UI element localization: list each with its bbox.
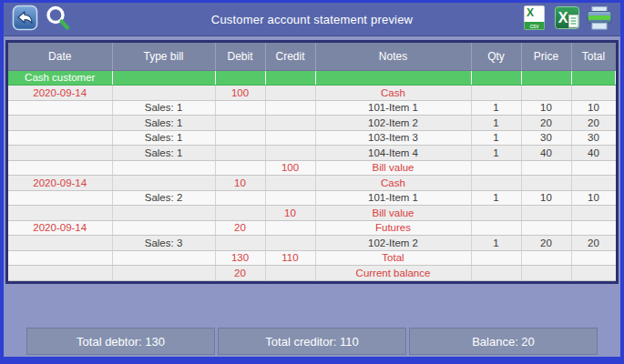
cell-price xyxy=(521,86,571,101)
cell-notes: 101-Item 1 xyxy=(315,100,471,116)
cell-total xyxy=(571,176,616,191)
cell-type-bill xyxy=(112,220,215,236)
cell-debit xyxy=(215,70,265,86)
cell-credit xyxy=(265,130,315,146)
table-row: Sales: 1101-Item 111010 xyxy=(8,100,616,116)
cell-notes: Cash xyxy=(315,176,471,191)
cell-qty: 1 xyxy=(471,236,521,251)
cell-credit: 100 xyxy=(265,160,315,176)
totals-bar: Total debtor: 130 Total creditor: 110 Ba… xyxy=(26,328,598,355)
search-button[interactable] xyxy=(44,5,71,33)
column-header-notes: Notes xyxy=(315,43,471,70)
cell-price: 20 xyxy=(521,116,571,131)
cell-total xyxy=(571,160,616,176)
table-row: 2020-09-1410Cash xyxy=(8,176,616,191)
cell-credit xyxy=(265,116,315,131)
cell-notes: Total xyxy=(315,250,471,266)
cell-qty: 1 xyxy=(471,100,521,116)
search-icon xyxy=(44,5,71,35)
cell-qty xyxy=(471,160,521,176)
column-header-credit: Credit xyxy=(265,43,315,70)
table-row: 100Bill value xyxy=(8,160,616,176)
cell-credit xyxy=(265,236,315,251)
export-csv-button[interactable]: X csv xyxy=(520,5,547,33)
cell-credit xyxy=(265,176,315,191)
total-creditor: Total creditor: 110 xyxy=(218,328,406,355)
balance: Balance: 20 xyxy=(409,328,598,355)
cell-price: 10 xyxy=(521,100,571,116)
cell-credit: 10 xyxy=(265,206,315,221)
customer-row: Cash customer xyxy=(8,70,616,86)
cell-total: 20 xyxy=(571,236,616,251)
cell-debit xyxy=(215,100,265,116)
cell-date xyxy=(8,146,112,161)
cell-price xyxy=(521,206,571,221)
cell-notes: Cash xyxy=(315,86,471,101)
cell-date xyxy=(8,236,112,251)
cell-credit: 110 xyxy=(265,250,315,266)
cell-price: 40 xyxy=(521,146,571,161)
table-row: 130110Total xyxy=(8,250,616,266)
cell-price xyxy=(521,160,571,176)
svg-text:X: X xyxy=(558,10,568,25)
cell-credit xyxy=(265,86,315,101)
cell-debit xyxy=(215,236,265,251)
cell-total xyxy=(571,220,616,236)
back-icon xyxy=(12,5,38,34)
csv-export-icon: X csv xyxy=(522,5,547,35)
cell-qty: 1 xyxy=(471,190,521,206)
cell-total: 40 xyxy=(571,146,616,161)
print-button[interactable] xyxy=(586,5,613,33)
excel-export-icon: X xyxy=(554,5,580,34)
cell-type-bill: Sales: 2 xyxy=(112,190,215,206)
table-row: 2020-09-14100Cash xyxy=(8,86,616,101)
cell-qty: 1 xyxy=(471,146,521,161)
cell-type-bill xyxy=(112,206,215,221)
cell-qty xyxy=(471,86,521,101)
cell-debit xyxy=(215,146,265,161)
printer-icon xyxy=(586,5,613,34)
cell-total: 30 xyxy=(571,130,616,146)
cell-qty xyxy=(471,176,521,191)
cell-notes: Bill value xyxy=(315,160,471,176)
export-excel-button[interactable]: X xyxy=(553,5,580,33)
cell-date: 2020-09-14 xyxy=(8,86,112,101)
cell-price xyxy=(521,266,571,281)
cell-total xyxy=(571,206,616,221)
cell-total xyxy=(571,70,616,86)
cell-date xyxy=(8,116,112,131)
table-row: Sales: 1103-Item 313030 xyxy=(8,130,616,146)
cell-debit: 10 xyxy=(215,176,265,191)
statement-table-body: Cash customer2020-09-14100CashSales: 110… xyxy=(8,70,616,280)
cell-qty xyxy=(471,250,521,266)
cell-qty xyxy=(471,70,521,86)
cell-price: 30 xyxy=(521,130,571,146)
cell-price: 10 xyxy=(521,190,571,206)
cell-qty xyxy=(471,220,521,236)
cell-credit xyxy=(265,190,315,206)
cell-qty: 1 xyxy=(471,116,521,131)
cell-debit: 20 xyxy=(215,266,265,281)
cell-debit: 130 xyxy=(215,250,265,266)
cell-type-bill xyxy=(112,70,215,86)
column-header-price: Price xyxy=(521,43,571,70)
cell-date xyxy=(8,250,112,266)
cell-type-bill xyxy=(112,160,215,176)
column-header-date: Date xyxy=(8,43,112,70)
back-button[interactable] xyxy=(11,5,38,33)
column-header-type-bill: Type bill xyxy=(112,43,215,70)
svg-text:csv: csv xyxy=(529,22,539,28)
cell-debit xyxy=(215,130,265,146)
cell-notes: 104-Item 4 xyxy=(315,146,471,161)
cell-total: 10 xyxy=(571,100,616,116)
cell-type-bill xyxy=(112,176,215,191)
column-header-qty: Qty xyxy=(471,43,521,70)
cell-notes: 102-Item 2 xyxy=(315,116,471,131)
cell-type-bill xyxy=(112,250,215,266)
cell-price xyxy=(521,176,571,191)
cell-type-bill: Sales: 1 xyxy=(112,116,215,131)
cell-credit xyxy=(265,146,315,161)
cell-total: 20 xyxy=(571,116,616,131)
svg-text:X: X xyxy=(526,6,533,19)
cell-debit xyxy=(215,116,265,131)
